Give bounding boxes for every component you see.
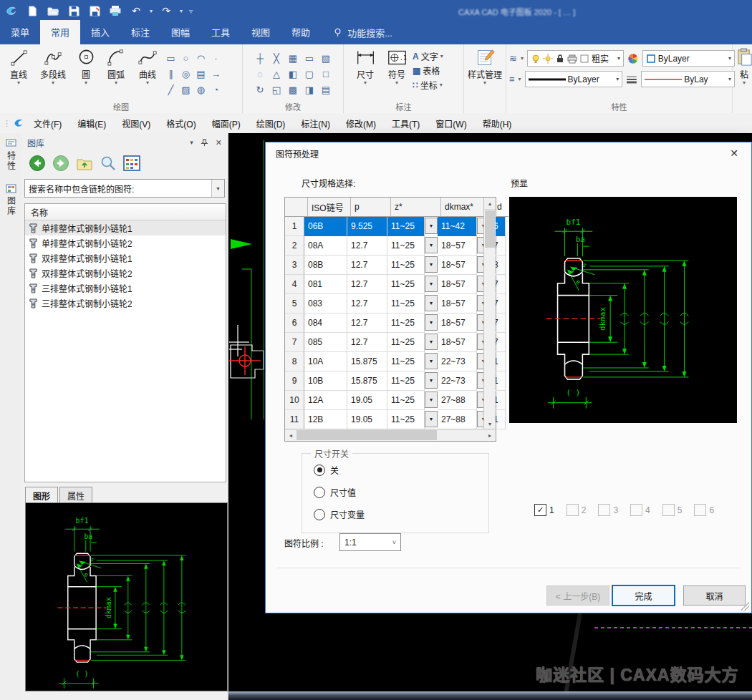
edit-pencil-icon[interactable]: ▧ — [318, 50, 334, 66]
z-dropdown-button[interactable] — [425, 237, 438, 253]
panel-pin-icon[interactable] — [201, 139, 208, 147]
radio-option-2[interactable]: 尺寸值 — [314, 486, 488, 498]
radio-option-3[interactable]: 尺寸变量 — [314, 508, 488, 520]
cell-dkmax[interactable]: 18~57 — [438, 313, 477, 333]
cell-p[interactable]: 19.05 — [347, 410, 387, 429]
cell-z[interactable]: 11~25 — [387, 352, 425, 371]
cell-dkmax[interactable]: 18~57 — [438, 275, 477, 294]
point-icon[interactable]: · — [208, 50, 223, 66]
cell-z[interactable]: 11~25 — [387, 236, 425, 256]
radio-dot[interactable] — [314, 487, 325, 498]
scroll-left-icon[interactable]: ◂ — [285, 429, 297, 441]
col-z[interactable]: z* — [391, 198, 441, 217]
radio-option-1[interactable]: 关 — [314, 464, 488, 476]
library-item[interactable]: 双排整体式钢制小链轮2 — [25, 266, 226, 281]
library-item[interactable]: 三排整体式钢制小链轮1 — [25, 281, 226, 296]
cell-dkmax[interactable]: 18~57 — [438, 294, 477, 313]
undo-dropdown-icon[interactable]: ▾ — [150, 8, 153, 14]
copy-icon[interactable]: ▭ — [302, 50, 318, 66]
menu-item-9[interactable]: 工具(T) — [384, 114, 428, 133]
menu-item-11[interactable]: 帮助(H) — [475, 114, 520, 133]
customize-qat-icon[interactable]: ▿ — [189, 7, 193, 15]
z-dropdown-button[interactable] — [425, 276, 438, 292]
back-button[interactable] — [29, 155, 46, 172]
cell-iso[interactable]: 085 — [304, 333, 347, 352]
chamfer-icon[interactable]: ◱ — [269, 82, 285, 97]
menu-item-4[interactable]: 格式(O) — [158, 114, 203, 133]
spec-table-row[interactable]: 308B12.711~2518~578 — [285, 256, 496, 275]
library-item[interactable]: 单排整体式钢制小链轮1 — [25, 220, 226, 235]
tab-attributes[interactable]: 属性 — [59, 487, 92, 504]
cell-dkmax[interactable]: 18~57 — [438, 333, 477, 352]
cell-p[interactable]: 12.7 — [347, 236, 387, 256]
color-wheel-icon[interactable] — [627, 53, 639, 64]
mirror-icon[interactable]: △ — [269, 66, 285, 82]
hatch-edit-icon[interactable]: ▤ — [318, 82, 334, 97]
view-mode-button[interactable] — [123, 155, 140, 171]
back-button[interactable]: < 上一步(B) — [546, 585, 609, 606]
symbol-button[interactable]: .1 符号▾ — [381, 44, 413, 91]
ribbon-tab-5[interactable]: 图幅 — [160, 20, 201, 44]
erase-icon[interactable]: □ — [318, 66, 334, 82]
panel-dropdown-icon[interactable]: ▾ — [190, 139, 193, 146]
feature-search[interactable]: 功能搜索... — [334, 26, 392, 44]
ribbon-tab-7[interactable]: 视图 — [241, 20, 281, 44]
ribbon-tab-4[interactable]: 标注 — [120, 20, 160, 44]
menu-item-1[interactable]: 文件(F) — [26, 114, 69, 133]
dialog-resize-grip[interactable] — [741, 602, 749, 611]
formula-curve-icon[interactable]: ◠ — [193, 50, 208, 66]
scale-icon[interactable]: ◧ — [285, 66, 302, 82]
z-dropdown-button[interactable] — [425, 334, 438, 350]
cell-z[interactable]: 11~25 — [387, 275, 425, 294]
parallel-line-icon[interactable]: ∥ — [163, 66, 178, 82]
coord-button[interactable]: ∷坐标▾ — [413, 79, 443, 91]
dimension-button[interactable]: 尺寸▾ — [350, 44, 381, 91]
arc-button[interactable]: 圆弧▾ — [100, 44, 132, 97]
undo-button[interactable]: ↶ — [129, 4, 143, 17]
spec-table-row[interactable]: 608412.711~2518~577 — [285, 313, 496, 333]
circle-button[interactable]: 圆▾ — [72, 44, 100, 97]
cell-dkmax[interactable]: 27~88 — [438, 391, 477, 410]
scroll-up-icon[interactable]: ▴ — [484, 198, 496, 210]
cell-p[interactable]: 12.7 — [347, 256, 387, 275]
library-search-dropdown-icon[interactable]: ▾ — [211, 180, 224, 197]
open-file-button[interactable] — [46, 4, 60, 17]
cell-dkmax[interactable]: 18~57 — [438, 256, 477, 275]
side-tab-library[interactable]: 图库 — [0, 178, 21, 216]
layer-tool-icon[interactable]: ≋ — [509, 53, 517, 64]
cell-dkmax[interactable]: 11~42 — [438, 217, 477, 236]
move-icon[interactable]: ┼ — [252, 50, 269, 66]
ribbon-tab-3[interactable]: 插入 — [80, 20, 120, 44]
print-button[interactable] — [108, 4, 122, 17]
save-as-button[interactable] — [87, 4, 102, 17]
line-button[interactable]: 直线▾ — [3, 44, 34, 97]
scroll-down-icon[interactable]: ▾ — [484, 418, 496, 429]
cell-iso[interactable]: 081 — [304, 275, 347, 294]
cell-p[interactable]: 12.7 — [347, 294, 387, 313]
spec-table-row[interactable]: 508312.711~2518~577 — [285, 294, 496, 313]
cell-iso[interactable]: 06B — [304, 217, 347, 236]
linetype-tool-icon[interactable]: ≡ — [509, 74, 515, 84]
col-d[interactable]: d — [493, 198, 508, 217]
z-dropdown-button[interactable] — [425, 372, 438, 389]
linewidth-icon[interactable] — [626, 74, 637, 84]
col-iso[interactable]: ISO链号 — [308, 198, 351, 217]
library-search-input[interactable] — [25, 180, 211, 197]
cell-p[interactable]: 9.525 — [347, 217, 387, 236]
fill-icon[interactable]: ▨ — [178, 82, 193, 97]
finish-button[interactable]: 完成 — [612, 585, 675, 606]
spec-table-row[interactable]: 208A12.711~2518~577 — [285, 236, 496, 256]
spline-button[interactable]: 曲线▾ — [132, 44, 163, 97]
array-icon[interactable]: ▦ — [285, 50, 302, 66]
cell-z[interactable]: 11~25 — [387, 391, 425, 410]
sketch-line-icon[interactable]: ╱ — [163, 82, 178, 97]
checkbox-box[interactable]: ✓ — [534, 504, 546, 516]
cell-p[interactable]: 19.05 — [347, 391, 387, 410]
cell-z[interactable]: 11~25 — [387, 294, 425, 313]
table-button[interactable]: ▦表格 — [413, 64, 443, 77]
clip-icon[interactable]: ▢ — [302, 66, 318, 82]
cell-p[interactable]: 15.875 — [347, 352, 387, 371]
tab-graphic[interactable]: 图形 — [25, 487, 58, 504]
block-ref-icon[interactable]: ◎ — [178, 66, 193, 82]
cell-dkmax[interactable]: 22~73 — [438, 371, 477, 391]
